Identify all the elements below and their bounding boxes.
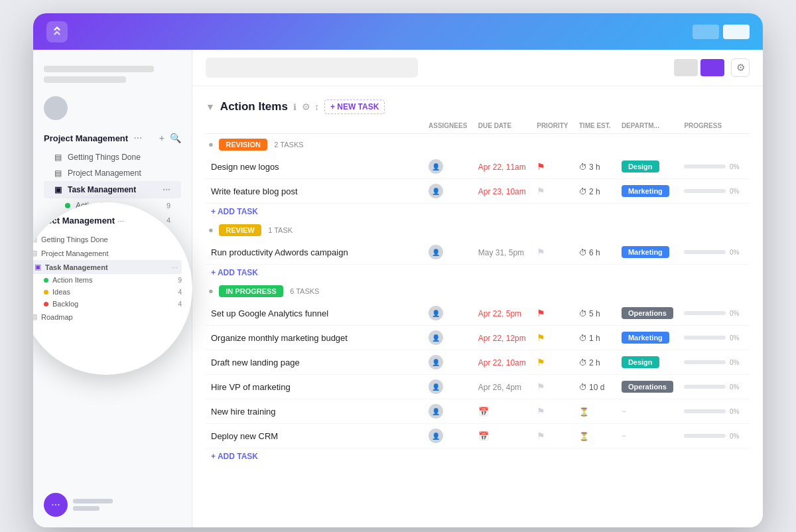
priority-flag[interactable]: ⚑	[537, 247, 545, 257]
search-sidebar-icon[interactable]: 🔍	[170, 133, 181, 143]
priority-flag[interactable]: ⚑	[537, 357, 545, 367]
progress-cell: 0%	[679, 326, 750, 350]
due-date-cell: Apr 22, 11am	[473, 155, 531, 179]
assignee-avatar: 👤	[429, 429, 443, 443]
task-name[interactable]: New hire training	[211, 407, 276, 417]
task-row[interactable]: New hire training 👤 📅 ⚑ ⏳ − 0%	[206, 399, 750, 424]
task-name[interactable]: Draft new landing page	[211, 358, 300, 367]
task-row[interactable]: Set up Google Analytics funnel 👤 Apr 22,…	[206, 301, 750, 326]
priority-flag[interactable]: ⚑	[537, 308, 545, 318]
search-bar[interactable]	[206, 58, 418, 78]
list-view-btn[interactable]	[674, 59, 698, 76]
add-task-btn[interactable]: + ADD TASK	[206, 448, 750, 465]
task-row[interactable]: Deploy new CRM 👤 📅 ⚑ ⏳ − 0%	[206, 424, 750, 448]
zoom-task-dots[interactable]: ···	[172, 263, 178, 271]
priority-flag[interactable]: ⚑	[537, 406, 545, 417]
time-est: ⏱ 3 h	[579, 163, 600, 172]
task-row[interactable]: Draft new landing page 👤 Apr 22, 10am ⚑ …	[206, 350, 750, 375]
progress-bar-container: 0%	[684, 359, 744, 366]
sidebar-item-project-management[interactable]: ▤ Project Management	[44, 165, 181, 181]
dept-badge: Design	[622, 356, 659, 368]
zoom-folder-3: ▣	[34, 263, 41, 271]
new-task-button[interactable]: + NEW TASK	[324, 100, 385, 114]
settings-icon[interactable]: ⚙	[731, 58, 750, 77]
dept-cell: Marketing	[616, 240, 679, 265]
add-task-row[interactable]: + ADD TASK	[206, 265, 750, 281]
task-name[interactable]: Deploy new CRM	[211, 431, 278, 441]
view-toggle-2[interactable]	[723, 25, 750, 39]
nav-item-label-1: Getting Things Done	[68, 153, 141, 162]
due-date-cell: 📅	[473, 424, 531, 448]
filter-icon[interactable]: ⚙	[302, 101, 310, 112]
time-est-cell: ⏱ 6 h	[574, 240, 616, 265]
group-label-revision[interactable]: REVISION	[219, 139, 267, 151]
group-collapse-icon[interactable]: ●	[208, 286, 214, 296]
due-date-cell: Apr 23, 10am	[473, 179, 531, 204]
priority-flag[interactable]: ⚑	[537, 161, 545, 172]
sidebar-item-task-management[interactable]: ▣ Task Management ···	[44, 181, 181, 198]
group-collapse-icon[interactable]: ●	[208, 139, 214, 149]
task-row[interactable]: Write feature blog post 👤 Apr 23, 10am ⚑…	[206, 179, 750, 204]
task-name[interactable]: Organize monthly marketing budget	[211, 333, 348, 343]
task-name[interactable]: Set up Google Analytics funnel	[211, 308, 328, 318]
add-task-row[interactable]: + ADD TASK	[206, 448, 750, 465]
zoom-nav-roadmap[interactable]: ▤ Roadmap	[33, 310, 182, 324]
task-row[interactable]: Organize monthly marketing budget 👤 Apr …	[206, 326, 750, 350]
add-task-btn[interactable]: + ADD TASK	[206, 265, 750, 281]
add-project-icon[interactable]: +	[159, 133, 165, 143]
group-label-review[interactable]: REVIEW	[219, 224, 261, 236]
progress-bar-bg	[684, 434, 726, 438]
group-collapse-icon[interactable]: ●	[208, 225, 214, 235]
add-task-row[interactable]: + ADD TASK	[206, 204, 750, 220]
progress-bar-bg	[684, 311, 726, 315]
group-label-in-progress[interactable]: IN PROGRESS	[219, 285, 283, 297]
priority-flag[interactable]: ⚑	[537, 332, 545, 343]
config-icons: ⚙ ↕	[302, 101, 319, 112]
col-time-est: TIME EST.	[574, 118, 616, 134]
footer-line-2	[73, 506, 100, 511]
progress-pct: 0%	[730, 249, 744, 256]
priority-flag[interactable]: ⚑	[537, 186, 545, 196]
sort-icon[interactable]: ↕	[314, 101, 319, 112]
priority-flag[interactable]: ⚑	[537, 381, 545, 392]
task-name[interactable]: Write feature blog post	[211, 186, 298, 196]
time-est-cell: ⏳	[574, 399, 616, 424]
dept-cell: Design	[616, 155, 679, 179]
progress-bar-container: 0%	[684, 334, 744, 342]
zoom-sub-backlog[interactable]: Backlog 4	[33, 298, 182, 310]
progress-bar-container: 0%	[684, 383, 744, 391]
task-row[interactable]: Hire VP of marketing 👤 Apr 26, 4pm ⚑ ⏱ 1…	[206, 375, 750, 399]
task-name[interactable]: Hire VP of marketing	[211, 382, 291, 392]
collapse-icon[interactable]: ▼	[206, 101, 215, 112]
progress-bar-bg	[684, 189, 726, 193]
zoom-sub-action[interactable]: Action Items 9	[33, 274, 182, 286]
priority-cell: ⚑	[531, 350, 574, 375]
progress-cell: 0%	[679, 399, 750, 424]
task-row[interactable]: Run productivity Adwords campaign 👤 May …	[206, 240, 750, 265]
group-row-revision: ● REVISION 2 TASKS	[206, 134, 750, 155]
nav-item-dots[interactable]: ···	[163, 184, 170, 195]
time-est-cell: ⏱ 10 d	[574, 375, 616, 399]
time-est-cell: ⏱ 3 h	[574, 155, 616, 179]
zoom-nav-task[interactable]: ▣ Task Management ···	[33, 260, 182, 274]
assignee-cell: 👤	[423, 240, 473, 265]
sub-item-count-2: 4	[166, 216, 170, 224]
chat-icon[interactable]: ···	[44, 493, 68, 517]
task-name[interactable]: Run productivity Adwords campaign	[211, 247, 348, 257]
assignee-cell: 👤	[423, 350, 473, 375]
task-name[interactable]: Design new logos	[211, 162, 279, 172]
zoom-sub-ideas[interactable]: Ideas 4	[33, 286, 182, 298]
task-row[interactable]: Design new logos 👤 Apr 22, 11am ⚑ ⏱ 3 h …	[206, 155, 750, 179]
zoom-nav-project[interactable]: ▤ Project Management	[33, 246, 182, 260]
add-task-btn[interactable]: + ADD TASK	[206, 204, 750, 220]
progress-cell: 0%	[679, 301, 750, 326]
col-priority: PRIORITY	[531, 118, 574, 134]
priority-flag[interactable]: ⚑	[537, 431, 545, 441]
grid-view-btn[interactable]	[700, 59, 724, 76]
project-title: Project Management	[44, 133, 128, 143]
view-toggle-1[interactable]	[693, 25, 719, 39]
zoom-nav-getting[interactable]: ▤ Getting Things Done	[33, 232, 182, 246]
sidebar-item-getting-things-done[interactable]: ▤ Getting Things Done	[44, 149, 181, 165]
time-est-cell: ⏱ 2 h	[574, 179, 616, 204]
zoom-dot-1	[44, 278, 48, 283]
